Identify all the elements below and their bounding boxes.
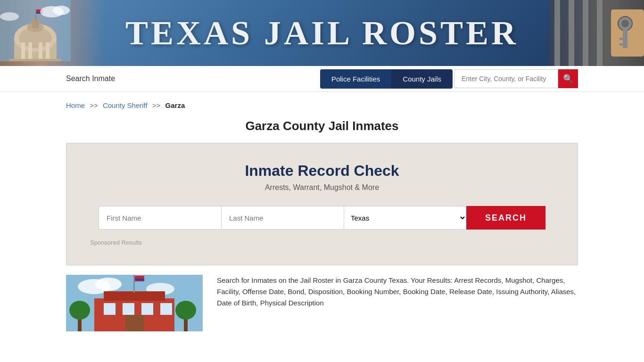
nav-facility-buttons: Police Facilities County Jails [320, 69, 453, 89]
breadcrumb-sep-2: >> [152, 101, 161, 109]
svg-point-16 [53, 6, 70, 15]
svg-rect-13 [46, 42, 50, 61]
search-button[interactable]: SEARCH [466, 206, 545, 230]
svg-point-17 [0, 12, 19, 21]
svg-rect-22 [583, 0, 588, 66]
svg-point-32 [95, 278, 122, 291]
last-name-input[interactable] [221, 206, 344, 230]
capitol-building-icon [0, 0, 71, 61]
svg-rect-14 [9, 59, 61, 61]
svg-point-48 [175, 301, 196, 320]
bottom-section: Search for Inmates on the Jail Roster in… [0, 265, 644, 341]
svg-rect-36 [104, 303, 116, 315]
county-jails-button[interactable]: County Jails [391, 69, 453, 89]
svg-rect-28 [619, 38, 623, 40]
inmate-record-subtitle: Arrests, Warrant, Mugshot & More [90, 183, 554, 192]
county-building-svg [66, 275, 203, 331]
svg-rect-37 [123, 303, 134, 315]
page-title: Garza County Jail Inmates [0, 114, 644, 143]
nav-search-input[interactable] [454, 69, 558, 88]
inmate-search-form: AlabamaAlaskaArizonaArkansasCaliforniaCo… [90, 206, 554, 230]
site-title: Texas Jail Roster [125, 14, 519, 53]
search-icon: 🔍 [563, 74, 573, 84]
svg-point-26 [621, 20, 629, 27]
banner-right-decoration [550, 0, 644, 66]
svg-rect-23 [597, 0, 603, 66]
svg-rect-29 [619, 43, 623, 46]
svg-rect-5 [32, 19, 39, 28]
inmate-record-title: Inmate Record Check [90, 162, 554, 180]
svg-rect-38 [141, 303, 153, 315]
breadcrumb: Home >> County Sheriff >> Garza [0, 92, 644, 114]
svg-rect-21 [569, 0, 574, 66]
svg-rect-20 [554, 0, 560, 66]
state-select[interactable]: AlabamaAlaskaArizonaArkansasCaliforniaCo… [344, 206, 466, 230]
police-facilities-button[interactable]: Police Facilities [320, 69, 391, 89]
svg-rect-27 [623, 29, 627, 48]
nav-bar: Search Inmate Police Facilities County J… [0, 66, 644, 92]
breadcrumb-sep-1: >> [90, 101, 98, 109]
svg-rect-39 [160, 303, 172, 315]
breadcrumb-home[interactable]: Home [66, 101, 85, 109]
nav-search-label: Search Inmate [66, 74, 320, 83]
jail-keys-icon [550, 0, 644, 66]
nav-search-box: 🔍 [454, 69, 578, 88]
county-building-image [66, 275, 203, 331]
svg-rect-6 [35, 9, 36, 20]
svg-rect-44 [135, 279, 144, 280]
svg-rect-12 [39, 42, 42, 61]
header-banner: Texas Jail Roster [0, 0, 644, 66]
inmate-record-panel: Inmate Record Check Arrests, Warrant, Mu… [66, 143, 578, 265]
description-text: Search for Inmates on the Jail Roster in… [217, 275, 578, 309]
breadcrumb-current: Garza [165, 101, 185, 109]
svg-rect-10 [21, 42, 25, 61]
svg-rect-43 [135, 276, 144, 278]
sponsored-results-label: Sponsored Results [90, 239, 554, 246]
first-name-input[interactable] [99, 206, 221, 230]
banner-left-decoration [0, 0, 104, 66]
nav-search-button[interactable]: 🔍 [558, 69, 578, 88]
svg-point-46 [69, 301, 90, 320]
svg-rect-11 [28, 42, 32, 61]
svg-rect-41 [133, 275, 135, 293]
svg-rect-40 [125, 315, 144, 331]
breadcrumb-county-sheriff[interactable]: County Sheriff [103, 101, 148, 109]
